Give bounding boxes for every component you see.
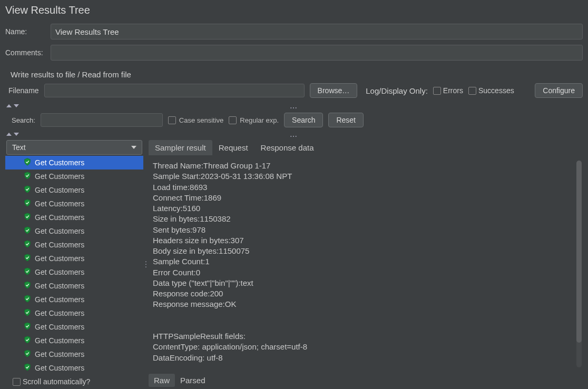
case-sensitive-checkbox[interactable]: Case sensitive bbox=[168, 116, 224, 124]
shield-success-icon bbox=[23, 171, 32, 182]
tree-item[interactable]: Get Customers bbox=[5, 224, 143, 238]
checkbox-icon bbox=[168, 116, 176, 124]
tree-item[interactable]: Get Customers bbox=[5, 347, 143, 361]
checkbox-icon bbox=[13, 378, 21, 386]
shield-success-icon bbox=[23, 322, 32, 332]
results-tree[interactable]: Get Customers Get Customers Get Customer… bbox=[5, 156, 143, 375]
tree-item[interactable]: Get Customers bbox=[5, 197, 143, 211]
view-type-select[interactable]: Text bbox=[6, 140, 142, 155]
scroll-auto-label: Scroll automatically? bbox=[23, 377, 90, 386]
tree-item-label: Get Customers bbox=[35, 336, 84, 345]
horizontal-splitter[interactable]: ⋯ bbox=[5, 103, 583, 109]
shield-success-icon bbox=[23, 198, 32, 209]
tree-item[interactable]: Get Customers bbox=[5, 183, 143, 197]
tree-item-label: Get Customers bbox=[35, 282, 84, 290]
shield-success-icon bbox=[23, 335, 32, 346]
filename-input[interactable] bbox=[44, 84, 305, 97]
tree-item-label: Get Customers bbox=[35, 295, 84, 304]
configure-button[interactable]: Configure bbox=[535, 83, 583, 98]
name-input[interactable] bbox=[51, 24, 583, 39]
errors-label: Errors bbox=[443, 86, 463, 95]
view-type-value: Text bbox=[12, 143, 26, 152]
shield-success-icon bbox=[23, 212, 32, 223]
tree-item-label: Get Customers bbox=[35, 241, 84, 249]
regex-label: Regular exp. bbox=[240, 116, 279, 124]
tree-item[interactable]: Get Customers bbox=[5, 156, 143, 169]
case-sensitive-label: Case sensitive bbox=[179, 116, 224, 124]
scroll-auto-checkbox[interactable]: Scroll automatically? bbox=[13, 377, 90, 386]
tree-item[interactable]: Get Customers bbox=[5, 211, 143, 224]
browse-button[interactable]: Browse… bbox=[310, 83, 358, 98]
bottom-tab-parsed[interactable]: Parsed bbox=[175, 374, 211, 387]
successes-checkbox[interactable]: Successes bbox=[468, 86, 514, 95]
tree-item-label: Get Customers bbox=[35, 186, 84, 194]
tree-item-label: Get Customers bbox=[35, 268, 84, 276]
tree-item[interactable]: Get Customers bbox=[5, 252, 143, 265]
shield-success-icon bbox=[23, 240, 32, 250]
shield-success-icon bbox=[23, 267, 32, 277]
tree-item[interactable]: Get Customers bbox=[5, 306, 143, 320]
tree-item[interactable]: Get Customers bbox=[5, 320, 143, 334]
shield-success-icon bbox=[23, 157, 32, 168]
tree-item[interactable]: Get Customers bbox=[5, 238, 143, 252]
tree-item-label: Get Customers bbox=[35, 309, 84, 317]
chevron-down-icon bbox=[131, 146, 136, 149]
shield-success-icon bbox=[23, 185, 32, 195]
shield-success-icon bbox=[23, 226, 32, 236]
search-label: Search: bbox=[12, 116, 35, 124]
checkbox-icon bbox=[433, 87, 441, 95]
comments-input[interactable] bbox=[51, 45, 583, 61]
tree-item-label: Get Customers bbox=[35, 350, 84, 358]
shield-success-icon bbox=[23, 363, 32, 373]
errors-checkbox[interactable]: Errors bbox=[433, 86, 463, 95]
successes-label: Successes bbox=[478, 86, 514, 95]
comments-label: Comments: bbox=[5, 48, 51, 57]
bottom-tab-raw[interactable]: Raw bbox=[149, 374, 175, 387]
tree-item-label: Get Customers bbox=[35, 172, 84, 181]
tree-item-label: Get Customers bbox=[35, 254, 84, 263]
regex-checkbox[interactable]: Regular exp. bbox=[229, 116, 279, 124]
search-input[interactable] bbox=[41, 113, 163, 127]
shield-success-icon bbox=[23, 294, 32, 305]
tree-item-label: Get Customers bbox=[35, 158, 84, 167]
tree-item-label: Get Customers bbox=[35, 323, 84, 331]
tree-item-label: Get Customers bbox=[35, 200, 84, 208]
name-label: Name: bbox=[5, 27, 51, 36]
tree-item-label: Get Customers bbox=[35, 364, 84, 372]
tree-item[interactable]: Get Customers bbox=[5, 293, 143, 306]
checkbox-icon bbox=[229, 116, 237, 124]
reset-button[interactable]: Reset bbox=[328, 113, 364, 127]
filename-label: Filename bbox=[8, 86, 39, 95]
horizontal-splitter-2[interactable]: ⋯ bbox=[5, 132, 583, 138]
tree-item[interactable]: Get Customers bbox=[5, 361, 143, 375]
search-button[interactable]: Search bbox=[284, 113, 323, 127]
shield-success-icon bbox=[23, 281, 32, 291]
tree-item-label: Get Customers bbox=[35, 227, 84, 235]
tab-request[interactable]: Request bbox=[212, 140, 254, 155]
tab-response-data[interactable]: Response data bbox=[254, 140, 320, 155]
shield-success-icon bbox=[23, 253, 32, 264]
tree-item[interactable]: Get Customers bbox=[5, 169, 143, 183]
page-title: View Results Tree bbox=[5, 4, 583, 16]
logdisplay-label: Log/Display Only: bbox=[366, 86, 428, 95]
sampler-text: Thread Name:Thread Group 1-17 Sample Sta… bbox=[153, 161, 579, 363]
tree-item[interactable]: Get Customers bbox=[5, 265, 143, 279]
vertical-splitter[interactable]: ··· bbox=[143, 139, 149, 389]
shield-success-icon bbox=[23, 349, 32, 360]
sampler-result-body: Thread Name:Thread Group 1-17 Sample Sta… bbox=[149, 155, 583, 373]
checkbox-icon bbox=[468, 87, 476, 95]
tree-item[interactable]: Get Customers bbox=[5, 334, 143, 347]
file-section-title: Write results to file / Read from file bbox=[11, 70, 583, 79]
shield-success-icon bbox=[23, 308, 32, 318]
tab-sampler-result[interactable]: Sampler result bbox=[149, 140, 212, 155]
tree-item-label: Get Customers bbox=[35, 213, 84, 222]
tree-item[interactable]: Get Customers bbox=[5, 279, 143, 293]
scrollbar[interactable] bbox=[576, 161, 582, 367]
